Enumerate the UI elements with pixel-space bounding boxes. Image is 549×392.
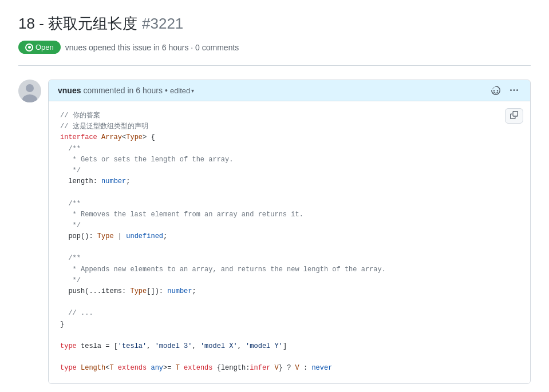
issue-number: #3221 <box>142 15 183 33</box>
edited-dropdown[interactable]: edited ▾ <box>170 86 194 95</box>
open-circle-icon <box>25 43 33 52</box>
section-divider <box>18 65 531 66</box>
comment-meta: commented in 6 hours <box>83 86 163 95</box>
svg-point-1 <box>26 84 34 92</box>
emoji-button[interactable] <box>489 85 503 96</box>
issue-title-text: 18 - 获取元组长度 <box>18 14 137 34</box>
comment-header: vnues commented in 6 hours • edited ▾ <box>49 80 530 101</box>
comment-container: vnues commented in 6 hours • edited ▾ <box>18 80 531 384</box>
comment-header-left: vnues commented in 6 hours • edited ▾ <box>58 86 194 95</box>
issue-meta-text: vnues opened this issue in 6 hours · 0 c… <box>65 43 239 52</box>
comment-body: // 你的答案 // 这是泛型数组类型的声明 interface Array<T… <box>49 101 530 383</box>
copy-button[interactable] <box>505 108 523 124</box>
open-badge: Open <box>18 41 61 54</box>
comment-header-right <box>489 85 521 96</box>
avatar <box>18 80 41 102</box>
comment-box: vnues commented in 6 hours • edited ▾ <box>48 80 531 384</box>
open-badge-label: Open <box>35 43 54 52</box>
issue-title: 18 - 获取元组长度 #3221 <box>18 14 531 34</box>
code-block: // 你的答案 // 这是泛型数组类型的声明 interface Array<T… <box>60 110 519 374</box>
chevron-down-icon: ▾ <box>191 88 194 94</box>
issue-title-section: 18 - 获取元组长度 #3221 Open vnues opened this… <box>18 14 531 66</box>
comment-separator: • <box>165 86 168 95</box>
comment-username[interactable]: vnues <box>58 86 81 95</box>
more-options-button[interactable] <box>507 85 521 96</box>
issue-meta-bar: Open vnues opened this issue in 6 hours … <box>18 41 531 54</box>
edited-label: edited <box>170 86 190 95</box>
